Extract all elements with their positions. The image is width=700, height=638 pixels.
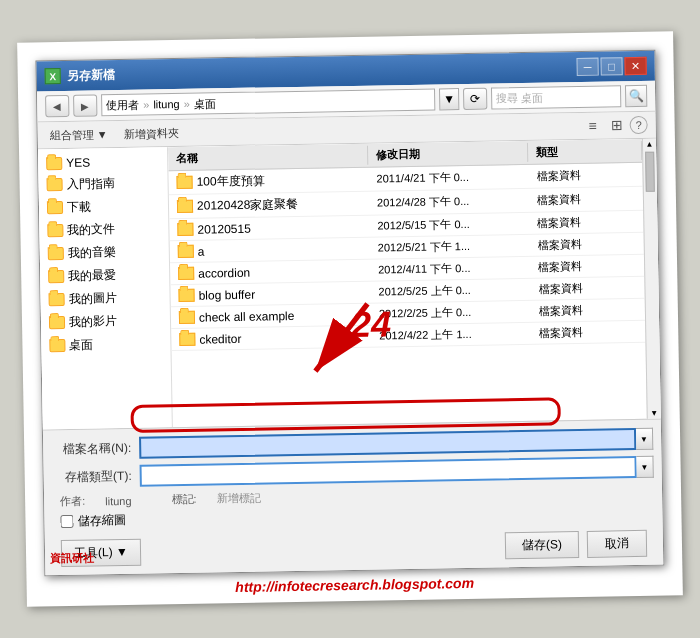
file-type-cell: 檔案資料: [528, 166, 642, 185]
help-button[interactable]: ?: [630, 116, 648, 134]
maximize-button[interactable]: □: [600, 57, 622, 75]
sidebar-item-8[interactable]: 桌面: [41, 332, 170, 357]
dialog-title: 另存新檔: [67, 59, 577, 85]
back-button[interactable]: ◀: [45, 95, 69, 117]
filename-label: 檔案名稱(N):: [51, 439, 131, 457]
scroll-down-button[interactable]: ▼: [648, 408, 661, 419]
filetype-row: 存檔類型(T): ▼: [52, 456, 654, 489]
file-name: 20120428家庭聚餐: [197, 196, 299, 215]
folder-icon: [178, 289, 194, 302]
new-folder-button[interactable]: 新增資料夾: [120, 123, 183, 143]
file-date-cell: 2012/4/22 上午 1...: [371, 325, 531, 345]
folder-icon: [177, 200, 193, 213]
save-button[interactable]: 儲存(S): [505, 531, 579, 559]
scroll-up-button[interactable]: ▲: [643, 139, 656, 150]
breadcrumb-sep-1: »: [143, 98, 149, 110]
close-button[interactable]: ✕: [624, 57, 646, 75]
scroll-thumb[interactable]: [645, 152, 655, 192]
organize-button[interactable]: 組合管理 ▼: [46, 125, 112, 145]
file-browser: YES入門指南下載我的文件我的音樂我的最愛我的圖片我的影片桌面 名稱 修改日期 …: [38, 139, 661, 430]
minimize-button[interactable]: ─: [576, 58, 598, 76]
address-part-2: litung: [153, 98, 180, 110]
filename-input-wrap: ▼: [139, 428, 653, 459]
author-label: 作者:: [60, 494, 85, 509]
thumbnail-checkbox[interactable]: [60, 515, 73, 528]
sidebar-item-label: 我的圖片: [68, 290, 116, 308]
grid-view-button[interactable]: ⊞: [605, 115, 627, 135]
filetype-input-wrap: ▼: [140, 456, 654, 487]
sidebar-item-7[interactable]: 我的影片: [41, 309, 170, 334]
forward-button[interactable]: ▶: [73, 94, 97, 116]
tag-value: 新增標記: [216, 491, 260, 507]
sidebar-item-label: 我的音樂: [68, 244, 116, 262]
breadcrumb-sep-2: »: [184, 98, 190, 110]
file-name-cell: check all example: [171, 306, 371, 325]
sidebar-item-2[interactable]: 下載: [39, 194, 168, 219]
author-value: litung: [105, 494, 132, 506]
filetype-input[interactable]: [140, 456, 637, 487]
refresh-button[interactable]: ⟳: [463, 88, 487, 110]
folder-icon: [178, 245, 194, 258]
search-button[interactable]: 🔍: [625, 85, 647, 107]
address-part-3: 桌面: [194, 96, 216, 111]
list-view-button[interactable]: ≡: [581, 116, 603, 136]
folder-sidebar: YES入門指南下載我的文件我的音樂我的最愛我的圖片我的影片桌面: [38, 147, 173, 429]
sidebar-item-4[interactable]: 我的音樂: [40, 240, 169, 265]
sidebar-item-0[interactable]: YES: [38, 151, 167, 173]
file-type-cell: 檔案資料: [529, 213, 643, 232]
sidebar-item-label: 我的影片: [69, 313, 117, 331]
file-type-cell: 檔案資料: [531, 323, 645, 342]
cancel-button[interactable]: 取消: [587, 530, 647, 558]
window-controls: ─ □ ✕: [576, 57, 646, 76]
folder-icon: [47, 224, 63, 237]
sidebar-item-label: 入門指南: [66, 175, 114, 193]
search-placeholder: 搜尋 桌面: [496, 90, 543, 106]
filename-dropdown-button[interactable]: ▼: [636, 428, 654, 450]
action-row: 工具(L) ▼ 儲存(S) 取消: [53, 526, 655, 568]
address-dropdown-button[interactable]: ▼: [439, 88, 459, 110]
save-dialog: X 另存新檔 ─ □ ✕ ◀ ▶ 使用者 » litung » 桌面 ▼ ⟳ 搜: [35, 50, 664, 577]
folder-icon: [176, 176, 192, 189]
file-date-cell: 2011/4/21 下午 0...: [368, 168, 528, 188]
app-icon: X: [45, 68, 61, 84]
save-form: 檔案名稱(N): ▼ 存檔類型(T): ▼ 作者: litung 標記: 新增標: [43, 419, 663, 576]
filename-row: 檔案名稱(N): ▼: [51, 428, 653, 461]
sidebar-item-label: 下載: [67, 199, 91, 216]
file-name: 100年度預算: [196, 172, 264, 190]
folder-icon: [179, 333, 195, 346]
website-url: http://infotecresearch.blogspot.com: [45, 572, 665, 599]
sidebar-item-6[interactable]: 我的圖片: [40, 286, 169, 311]
folder-icon: [179, 311, 195, 324]
view-controls: ≡ ⊞ ?: [581, 115, 647, 136]
tag-label: 標記:: [171, 492, 196, 507]
file-type-cell: 檔案資料: [530, 257, 644, 276]
file-name: blog buffer: [198, 287, 255, 302]
filetype-label: 存檔類型(T):: [52, 467, 132, 485]
filetype-dropdown-button[interactable]: ▼: [636, 456, 654, 478]
file-date-cell: 2012/5/25 上午 0...: [370, 281, 530, 301]
file-name-cell: 100年度預算: [168, 170, 368, 192]
file-type-cell: 檔案資料: [530, 279, 644, 298]
file-name-cell: 20120515: [169, 218, 369, 237]
file-name-cell: accordion: [170, 262, 370, 281]
file-date-cell: 2012/5/15 下午 0...: [369, 215, 529, 235]
filename-input[interactable]: [139, 428, 636, 459]
file-name: check all example: [199, 308, 295, 324]
file-name-cell: ckeditor: [171, 328, 371, 347]
folder-icon: [48, 270, 64, 283]
col-header-date[interactable]: 修改日期: [368, 143, 528, 165]
file-name: a: [198, 244, 205, 258]
folder-icon: [46, 156, 62, 169]
sidebar-item-5[interactable]: 我的最愛: [40, 263, 169, 288]
address-bar[interactable]: 使用者 » litung » 桌面: [101, 88, 435, 116]
file-name: 20120515: [197, 221, 251, 236]
sidebar-item-3[interactable]: 我的文件: [39, 217, 168, 242]
sidebar-item-label: YES: [66, 156, 90, 170]
folder-icon: [178, 267, 194, 280]
file-date-cell: 2012/4/28 下午 0...: [369, 192, 529, 212]
col-header-name[interactable]: 名稱: [168, 146, 368, 168]
sidebar-item-1[interactable]: 入門指南: [38, 171, 167, 196]
search-input[interactable]: 搜尋 桌面: [491, 85, 621, 109]
col-header-type[interactable]: 類型: [528, 141, 642, 162]
address-part-1: 使用者: [106, 97, 139, 113]
